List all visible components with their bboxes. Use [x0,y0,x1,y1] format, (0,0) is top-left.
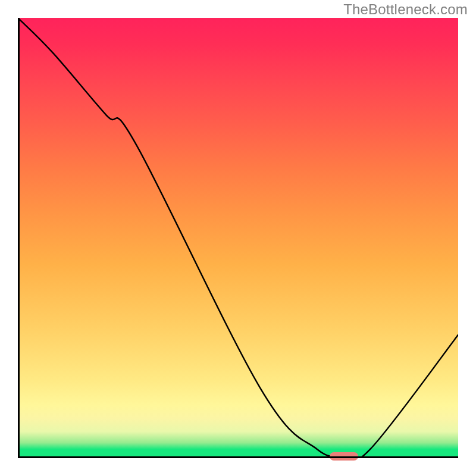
plot-area [18,18,458,458]
chart-stage: TheBottleneck.com [0,0,476,476]
watermark-text: TheBottleneck.com [343,1,468,18]
optimal-marker [330,452,358,461]
bottleneck-gradient-background [18,18,458,458]
